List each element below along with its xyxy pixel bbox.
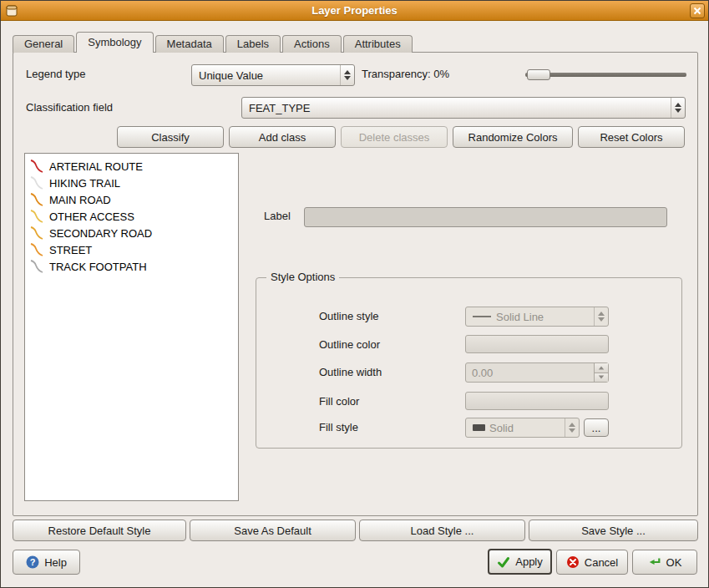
- combo-arrows-icon: [671, 98, 685, 118]
- load-style-button[interactable]: Load Style ...: [359, 520, 525, 541]
- line-symbol-icon: [28, 242, 45, 257]
- outline-style-label: Outline style: [319, 307, 379, 327]
- legend-class-label: TRACK FOOTPATH: [49, 261, 147, 273]
- save-style-button[interactable]: Save Style ...: [529, 520, 698, 541]
- legend-class-list: ARTERIAL ROUTE HIKING TRAIL MAIN ROAD OT…: [24, 153, 239, 501]
- outline-width-spinner: 0.00: [465, 362, 609, 383]
- combo-arrows-icon: [565, 418, 579, 437]
- line-symbol-icon: [28, 209, 45, 224]
- line-symbol-icon: [28, 192, 45, 207]
- line-symbol-icon: [28, 175, 45, 190]
- legend-class-label: ARTERIAL ROUTE: [49, 160, 143, 173]
- delete-classes-button: Delete classes: [341, 126, 448, 148]
- line-swatch-icon: [473, 316, 491, 317]
- restore-default-style-button[interactable]: Restore Default Style: [13, 520, 186, 541]
- fill-swatch-icon: [473, 424, 485, 431]
- ok-button-label: OK: [666, 556, 682, 569]
- classification-field-label: Classification field: [26, 97, 113, 119]
- cancel-button[interactable]: Cancel: [556, 550, 628, 575]
- line-symbol-icon: [28, 159, 45, 174]
- fill-style-more-button[interactable]: ...: [584, 418, 609, 437]
- style-options-title: Style Options: [266, 271, 339, 283]
- tab-symbology[interactable]: Symbology: [76, 32, 153, 53]
- help-icon: ?: [26, 555, 39, 569]
- tab-attributes[interactable]: Attributes: [343, 35, 413, 53]
- spinner-up-icon: [595, 363, 608, 373]
- tab-labels[interactable]: Labels: [225, 35, 281, 53]
- classify-button[interactable]: Classify: [117, 126, 224, 148]
- close-icon[interactable]: [690, 3, 705, 18]
- combo-arrows-icon: [340, 65, 354, 85]
- svg-text:?: ?: [30, 557, 36, 567]
- outline-width-value: 0.00: [466, 363, 594, 382]
- add-class-button[interactable]: Add class: [229, 126, 336, 148]
- classification-field-value: FEAT_TYPE: [242, 98, 671, 118]
- cancel-icon: [566, 555, 580, 569]
- save-as-default-button[interactable]: Save As Default: [190, 520, 356, 541]
- cancel-button-label: Cancel: [585, 556, 618, 569]
- line-symbol-icon: [28, 226, 45, 241]
- help-button[interactable]: ? Help: [13, 550, 80, 575]
- tab-bar: General Symbology Metadata Labels Action…: [13, 32, 414, 53]
- combo-arrows-icon: [594, 307, 608, 326]
- layer-properties-dialog: Layer Properties General Symbology Metad…: [0, 0, 709, 588]
- legend-type-select[interactable]: Unique Value: [191, 64, 355, 86]
- legend-class-row[interactable]: OTHER ACCESS: [25, 208, 238, 225]
- classification-field-select[interactable]: FEAT_TYPE: [241, 97, 686, 119]
- transparency-label: Transparency: 0%: [362, 63, 449, 85]
- window-icon: [6, 5, 18, 17]
- legend-class-label: OTHER ACCESS: [49, 210, 134, 223]
- spinner-buttons: [594, 363, 608, 382]
- fill-style-label: Fill style: [319, 418, 358, 438]
- legend-class-row[interactable]: MAIN ROAD: [25, 191, 238, 208]
- outline-color-button: [465, 335, 609, 353]
- tab-metadata[interactable]: Metadata: [155, 35, 224, 53]
- tab-actions[interactable]: Actions: [282, 35, 342, 53]
- ok-enter-arrow-icon: [648, 555, 661, 569]
- legend-class-row[interactable]: ARTERIAL ROUTE: [25, 158, 238, 175]
- help-button-label: Help: [44, 556, 67, 569]
- legend-class-row[interactable]: HIKING TRAIL: [25, 175, 238, 191]
- apply-button-label: Apply: [515, 555, 543, 568]
- reset-colors-button[interactable]: Reset Colors: [578, 126, 685, 148]
- fill-style-select: Solid: [465, 418, 580, 438]
- label-field-label: Label: [264, 206, 291, 226]
- apply-button[interactable]: Apply: [488, 549, 552, 575]
- transparency-slider-handle[interactable]: [527, 69, 550, 80]
- outline-width-label: Outline width: [319, 362, 382, 383]
- title-bar: Layer Properties: [1, 1, 708, 21]
- outline-style-select: Solid Line: [465, 307, 609, 327]
- legend-class-label: STREET: [49, 244, 92, 256]
- legend-class-label: HIKING TRAIL: [49, 177, 120, 190]
- outline-style-value: Solid Line: [496, 311, 544, 323]
- fill-color-label: Fill color: [319, 392, 359, 412]
- legend-type-value: Unique Value: [192, 65, 340, 85]
- legend-class-label: SECONDARY ROAD: [49, 227, 152, 240]
- legend-class-row[interactable]: TRACK FOOTPATH: [25, 258, 238, 275]
- legend-class-label: MAIN ROAD: [49, 194, 111, 206]
- legend-type-label: Legend type: [26, 63, 86, 85]
- style-options-group: Style Options Outline style Solid Line O…: [256, 277, 682, 449]
- line-symbol-icon: [28, 259, 45, 274]
- window-title: Layer Properties: [1, 4, 708, 17]
- fill-style-value: Solid: [489, 422, 514, 434]
- fill-color-button: [465, 392, 609, 410]
- legend-class-row[interactable]: SECONDARY ROAD: [25, 225, 238, 241]
- legend-class-row[interactable]: STREET: [25, 241, 238, 258]
- ok-button[interactable]: OK: [632, 550, 697, 575]
- tab-general[interactable]: General: [13, 35, 74, 53]
- outline-color-label: Outline color: [319, 335, 380, 355]
- label-input: [304, 207, 667, 227]
- randomize-colors-button[interactable]: Randomize Colors: [453, 126, 573, 148]
- apply-check-icon: [497, 555, 510, 569]
- spinner-down-icon: [595, 373, 608, 383]
